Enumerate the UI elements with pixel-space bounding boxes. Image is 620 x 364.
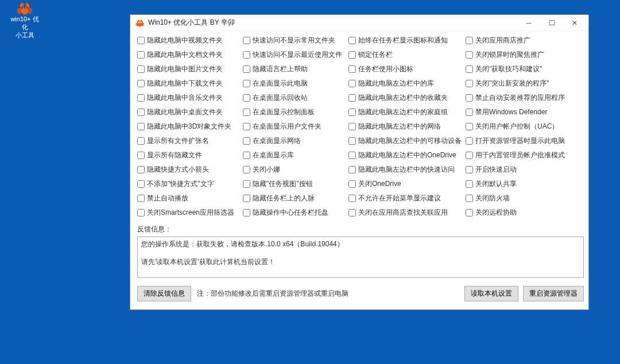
checkbox-item[interactable]: 关闭锁屏时的聚焦推广: [466, 50, 580, 60]
checkbox-item[interactable]: 开启快速启动: [466, 165, 580, 175]
checkbox-item[interactable]: 在桌面显示网络: [243, 136, 346, 146]
checkbox-item[interactable]: 快速访问不显示常用文件夹: [243, 36, 346, 45]
checkbox[interactable]: [137, 180, 145, 188]
checkbox-item[interactable]: 关闭默认共享: [466, 179, 580, 189]
checkbox-item[interactable]: 隐藏此电脑左边栏中的可移动设备: [348, 136, 463, 146]
checkbox-item[interactable]: 打开资源管理器时显示此电脑: [466, 136, 580, 146]
checkbox[interactable]: [137, 195, 145, 202]
checkbox[interactable]: [243, 152, 250, 159]
checkbox[interactable]: [243, 195, 250, 202]
minimize-button[interactable]: ─: [517, 16, 540, 30]
checkbox-item[interactable]: 在桌面显示库: [243, 150, 346, 160]
checkbox[interactable]: [348, 51, 356, 59]
checkbox-item[interactable]: 锁定任务栏: [348, 50, 463, 60]
checkbox-item[interactable]: 隐藏"任务视图"按钮: [243, 179, 346, 189]
checkbox-item[interactable]: 隐藏此电脑中桌面文件夹: [137, 107, 241, 117]
checkbox[interactable]: [466, 209, 473, 216]
checkbox[interactable]: [348, 180, 356, 188]
checkbox[interactable]: [137, 166, 145, 173]
checkbox-item[interactable]: 任务栏使用小图标: [348, 64, 463, 74]
checkbox-item[interactable]: 禁止自动安装推荐的应用程序: [466, 93, 580, 103]
checkbox[interactable]: [243, 80, 250, 87]
checkbox[interactable]: [348, 65, 356, 73]
checkbox-item[interactable]: 隐藏此电脑中音乐文件夹: [137, 93, 241, 103]
checkbox[interactable]: [243, 180, 250, 188]
checkbox-item[interactable]: 隐藏快捷方式小箭头: [137, 165, 241, 175]
checkbox-item[interactable]: 隐藏此电脑中下载文件夹: [137, 79, 241, 88]
checkbox-item[interactable]: 隐藏操作中心任务栏托盘: [243, 208, 346, 218]
close-button[interactable]: ✕: [563, 16, 586, 30]
desktop-shortcut[interactable]: 🦀 win10+ 优化 小工具: [10, 5, 39, 39]
checkbox-item[interactable]: 关闭小娜: [243, 165, 346, 175]
checkbox[interactable]: [466, 195, 473, 202]
checkbox[interactable]: [348, 209, 356, 216]
checkbox[interactable]: [348, 123, 356, 130]
checkbox-item[interactable]: 关闭"突出新安装的程序": [466, 79, 580, 88]
checkbox[interactable]: [466, 94, 473, 102]
checkbox[interactable]: [137, 152, 145, 159]
checkbox-item[interactable]: 在桌面显示此电脑: [243, 79, 346, 88]
checkbox[interactable]: [348, 137, 356, 145]
checkbox[interactable]: [348, 152, 356, 159]
checkbox[interactable]: [466, 51, 473, 59]
checkbox-item[interactable]: 隐藏此电脑左边栏中的家庭组: [348, 107, 463, 117]
checkbox-item[interactable]: 关闭Smartscreen应用筛选器: [137, 208, 241, 218]
checkbox[interactable]: [243, 65, 250, 73]
checkbox[interactable]: [137, 137, 145, 145]
checkbox[interactable]: [243, 166, 250, 173]
checkbox[interactable]: [243, 94, 250, 102]
checkbox-item[interactable]: 不允许在开始菜单显示建议: [348, 193, 463, 203]
checkbox-item[interactable]: 显示所有隐藏文件: [137, 150, 241, 160]
checkbox[interactable]: [466, 109, 473, 116]
checkbox-item[interactable]: 隐藏此电脑左边栏中的OneDrive: [348, 150, 463, 160]
checkbox[interactable]: [137, 51, 145, 59]
checkbox[interactable]: [243, 37, 250, 44]
checkbox-item[interactable]: 隐藏任务栏上的人脉: [243, 193, 346, 203]
checkbox[interactable]: [137, 123, 145, 130]
checkbox-item[interactable]: 隐藏语言栏上帮助: [243, 64, 346, 74]
checkbox-item[interactable]: 隐藏此电脑左边栏中的收藏夹: [348, 93, 463, 103]
checkbox[interactable]: [348, 37, 356, 44]
checkbox[interactable]: [466, 65, 473, 73]
checkbox[interactable]: [348, 109, 356, 116]
checkbox-item[interactable]: 关闭防火墙: [466, 193, 580, 203]
checkbox-item[interactable]: 关闭远程协助: [466, 208, 580, 218]
checkbox-item[interactable]: 不添加"快捷方式"文字: [137, 179, 241, 189]
checkbox-item[interactable]: 关闭"获取技巧和建议": [466, 64, 580, 74]
checkbox[interactable]: [466, 37, 473, 44]
checkbox[interactable]: [137, 209, 145, 216]
checkbox-item[interactable]: 隐藏此电脑左边栏中的网络: [348, 122, 463, 131]
checkbox-item[interactable]: 始终在任务栏显示图标和通知: [348, 36, 463, 45]
checkbox-item[interactable]: 隐藏此电脑中视频文件夹: [137, 36, 241, 45]
checkbox[interactable]: [348, 80, 356, 87]
checkbox[interactable]: [137, 65, 145, 73]
checkbox[interactable]: [243, 51, 250, 59]
checkbox-item[interactable]: 禁用Windows Defender: [466, 107, 580, 117]
checkbox-item[interactable]: 在桌面显示回收站: [243, 93, 346, 103]
checkbox-item[interactable]: 显示所有文件扩张名: [137, 136, 241, 146]
checkbox[interactable]: [137, 37, 145, 44]
checkbox-item[interactable]: 快速访问不显示最近使用文件: [243, 50, 346, 60]
maximize-button[interactable]: ☐: [540, 16, 563, 30]
checkbox-item[interactable]: 关闭应用商店推广: [466, 36, 580, 45]
checkbox[interactable]: [137, 80, 145, 87]
checkbox-item[interactable]: 关闭在应用商店查找关联应用: [348, 208, 463, 218]
checkbox[interactable]: [466, 180, 473, 188]
checkbox-item[interactable]: 在桌面显示控制面板: [243, 107, 346, 117]
checkbox[interactable]: [243, 123, 250, 130]
checkbox[interactable]: [243, 137, 250, 145]
checkbox-item[interactable]: 隐藏此电脑中文档文件夹: [137, 50, 241, 60]
checkbox[interactable]: [243, 209, 250, 216]
checkbox-item[interactable]: 用于内置管理员帐户批准模式: [466, 150, 580, 160]
checkbox-item[interactable]: 隐藏此电脑左边栏中的快速访问: [348, 165, 463, 175]
checkbox-item[interactable]: 禁止自动播放: [137, 193, 241, 203]
checkbox[interactable]: [137, 94, 145, 102]
feedback-textarea[interactable]: 您的操作系统是：获取失败，请检查版本.10.0 x64（Build.19044）…: [137, 237, 584, 278]
read-settings-button[interactable]: 读取本机设置: [464, 286, 518, 301]
checkbox-item[interactable]: 隐藏此电脑中图片文件夹: [137, 64, 241, 74]
checkbox[interactable]: [348, 166, 356, 173]
restart-explorer-button[interactable]: 重启资源管理器: [523, 286, 584, 301]
checkbox[interactable]: [466, 152, 473, 159]
checkbox[interactable]: [243, 109, 250, 116]
checkbox[interactable]: [137, 109, 145, 116]
